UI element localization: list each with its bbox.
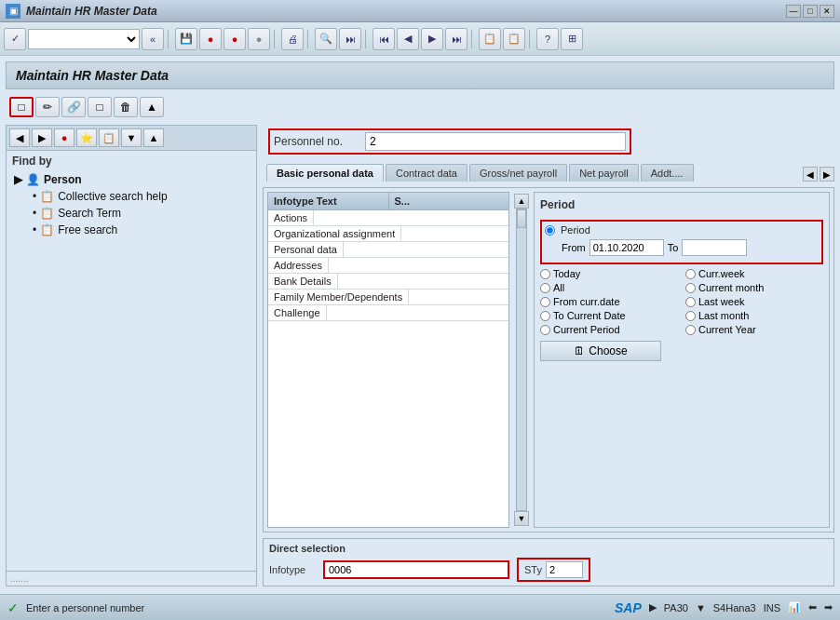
table-row[interactable]: Family Member/Dependents: [268, 290, 508, 305]
save-button[interactable]: 💾: [175, 28, 197, 50]
main-toolbar: ✓ « 💾 ● ● ● 🖨 🔍 ⏭ ⏮ ◀ ▶ ⏭ 📋 📋 ? ⊞: [0, 22, 840, 56]
nav-up[interactable]: ▲: [143, 128, 164, 147]
direct-selection: Direct selection Infotype STy: [263, 538, 834, 586]
nav-back[interactable]: ◀: [9, 128, 30, 147]
last-month-label: Last month: [698, 310, 749, 321]
nav-r1[interactable]: ●: [54, 128, 75, 147]
current-month-radio[interactable]: [685, 283, 696, 293]
curr-week-radio[interactable]: [685, 269, 696, 279]
period-radio[interactable]: [545, 225, 555, 236]
grid-button[interactable]: ⊞: [561, 28, 583, 50]
from-curr-radio[interactable]: [540, 297, 550, 307]
table-row[interactable]: Challenge: [268, 305, 508, 321]
search-term-label: Search Term: [58, 207, 121, 220]
row-family-s: [409, 290, 508, 304]
today-radio[interactable]: [540, 269, 550, 279]
tree-item-free-search[interactable]: • 📋 Free search: [7, 222, 256, 238]
tab-nav-left[interactable]: ◀: [803, 167, 818, 182]
table-row[interactable]: Organizational assignment: [268, 226, 508, 242]
collective-folder-icon: 📋: [40, 190, 54, 203]
play-icon: ▶: [649, 601, 657, 613]
next-button[interactable]: ▶: [421, 28, 443, 50]
radio-current-month: Current month: [685, 282, 823, 293]
personnel-label: Personnel no.: [274, 135, 358, 148]
tab-gross-net[interactable]: Gross/net payroll: [469, 164, 567, 182]
last-month-radio[interactable]: [685, 311, 696, 321]
prev-button[interactable]: ◀: [397, 28, 419, 50]
scroll-down-button[interactable]: ▼: [514, 511, 529, 526]
all-radio[interactable]: [540, 283, 550, 293]
arrow-right-icon[interactable]: ➡: [824, 601, 833, 613]
radio-today: Today: [540, 268, 678, 279]
minimize-button[interactable]: —: [786, 5, 801, 18]
sep6: [529, 30, 533, 48]
from-date-input[interactable]: [589, 239, 664, 256]
period-from-row: From To: [545, 239, 819, 256]
last-button[interactable]: ⏭: [445, 28, 467, 50]
row-family: Family Member/Dependents: [268, 290, 409, 304]
delete-button[interactable]: 🗑: [114, 97, 138, 117]
print-button[interactable]: 🖨: [281, 28, 304, 50]
edit-button[interactable]: ✏: [35, 97, 60, 117]
scroll-up-button[interactable]: ▲: [514, 194, 529, 209]
table-row[interactable]: Bank Details: [268, 274, 508, 290]
create-button[interactable]: □: [9, 97, 34, 117]
choose-button[interactable]: 🗓 Choose: [540, 341, 661, 361]
row-challenge-s: [327, 305, 508, 320]
help-button[interactable]: ?: [536, 28, 559, 50]
last-week-radio[interactable]: [685, 297, 696, 307]
last-week-label: Last week: [698, 296, 745, 307]
to-date-input[interactable]: [682, 239, 747, 256]
copy-record-button[interactable]: □: [88, 97, 112, 117]
col-infotype-text: Infotype Text: [268, 193, 389, 209]
tab-contract[interactable]: Contract data: [386, 164, 467, 182]
sty-group: STy: [517, 558, 590, 582]
sty-input[interactable]: [546, 561, 583, 578]
to-label: To: [668, 242, 679, 253]
btn-r2[interactable]: ●: [224, 28, 246, 50]
first-button[interactable]: ⏮: [373, 28, 395, 50]
row-org: Organizational assignment: [268, 226, 401, 241]
tree-item-search-term[interactable]: • 📋 Search Term: [7, 205, 256, 222]
nav-fwd[interactable]: ▶: [32, 128, 52, 147]
toolbar-combo[interactable]: [28, 29, 140, 49]
choose-label: Choose: [589, 344, 627, 357]
dropdown-arrow[interactable]: ▼: [696, 602, 706, 613]
copy-button[interactable]: 📋: [479, 28, 501, 50]
tab-net-payroll[interactable]: Net payroll: [569, 164, 639, 182]
btn-r1[interactable]: ●: [199, 28, 222, 50]
btn-r3[interactable]: ●: [248, 28, 270, 50]
to-current-radio[interactable]: [540, 311, 550, 321]
check-button[interactable]: ✓: [4, 28, 26, 50]
s4hana-label: S4Hana3: [713, 602, 756, 613]
nav-clip[interactable]: 📋: [99, 128, 119, 147]
table-row[interactable]: Actions: [268, 210, 508, 226]
close-button[interactable]: ✕: [820, 5, 834, 18]
current-year-label: Current Year: [698, 324, 756, 335]
tree-item-person[interactable]: ▶ 👤 Person: [7, 171, 256, 188]
choose-icon: 🗓: [574, 344, 585, 357]
find-button[interactable]: 🔍: [315, 28, 337, 50]
table-row[interactable]: Personal data: [268, 242, 508, 258]
find-next-button[interactable]: ⏭: [339, 28, 361, 50]
overview-button[interactable]: ▲: [140, 97, 164, 117]
arrow-left-icon[interactable]: ⬅: [808, 601, 817, 613]
tab-nav-right[interactable]: ▶: [820, 167, 834, 182]
collective-label: Collective search help: [58, 190, 167, 203]
paste-button[interactable]: 📋: [503, 28, 525, 50]
tree-item-collective[interactable]: • 📋 Collective search help: [7, 188, 256, 205]
table-scroll[interactable]: Actions Organizational assignment Person…: [268, 210, 508, 527]
tab-basic-personal[interactable]: Basic personal data: [266, 164, 384, 182]
tab-addt[interactable]: Addt....: [641, 164, 694, 182]
current-period-radio[interactable]: [540, 325, 550, 335]
maximize-button[interactable]: □: [803, 5, 818, 18]
infotype-input[interactable]: [323, 560, 509, 579]
nav-star[interactable]: ⭐: [76, 128, 97, 147]
link-button[interactable]: 🔗: [61, 97, 86, 117]
personnel-input[interactable]: [365, 132, 626, 151]
back-button[interactable]: «: [142, 28, 164, 50]
table-row[interactable]: Addresses: [268, 258, 508, 274]
nav-down[interactable]: ▼: [121, 128, 142, 147]
col-s: S...: [389, 193, 509, 209]
current-year-radio[interactable]: [685, 325, 696, 335]
